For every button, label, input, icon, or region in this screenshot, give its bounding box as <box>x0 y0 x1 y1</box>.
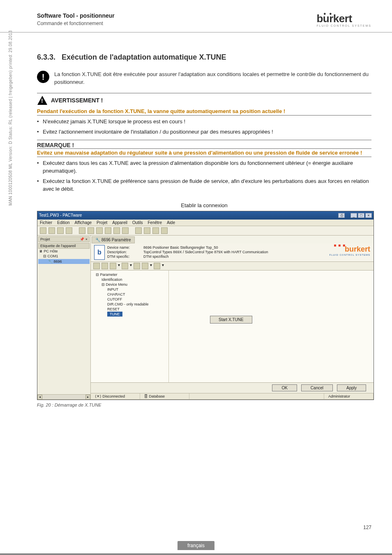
toolbar-icon[interactable] <box>40 227 46 234</box>
menu-edition[interactable]: Edition <box>57 220 70 225</box>
devdesc-value: TopControl Types 869X / SideControl Type… <box>143 250 268 254</box>
scroll-right-icon[interactable]: ▸ <box>85 395 90 400</box>
status-role: Administrateur <box>161 400 214 400</box>
devdesc-label: Description: <box>107 250 140 254</box>
tree-item-com1[interactable]: ⊟ COM1 <box>38 254 90 259</box>
window-title: Test1.PW3 - PACTware <box>39 213 82 217</box>
toolbar-icon[interactable] <box>79 227 85 234</box>
note-title: REMARQUE ! <box>37 140 371 148</box>
doc-title: Software Tool - positionneur <box>37 12 115 19</box>
note-bullets: Exécutez dans tous les cas X.TUNE avec l… <box>37 160 371 193</box>
toolbar-icon[interactable] <box>110 263 116 269</box>
note-subtitle: Evitez une mauvaise adaptation du régula… <box>37 148 371 157</box>
toolbar-icon[interactable] <box>48 227 55 234</box>
device-logo: ■ ■ ■burkert <box>330 245 370 254</box>
warning-bullets: N'exécutez jamais X.TUNE lorsque le proc… <box>37 118 371 136</box>
menu-aide[interactable]: Aide <box>167 220 175 225</box>
status-disconnected: ⟨✕⟩ Disconnected <box>91 393 140 399</box>
status-file: Test1.PW3 <box>91 400 161 400</box>
tree-panel-label: Projet <box>40 237 50 241</box>
toolbar-icon[interactable] <box>134 263 140 269</box>
devdtm-value: DTM spezifisch <box>143 254 169 259</box>
apply-button[interactable]: Apply <box>337 384 366 391</box>
param-dircmd[interactable]: DIR.CMD - only readable <box>92 302 167 307</box>
toolbar-icon[interactable] <box>161 227 168 234</box>
toolbar-icon[interactable] <box>144 227 150 234</box>
main-tab[interactable]: 🔧 8696 Paramètre <box>92 236 135 243</box>
screenshot-window: Test1.PW3 - PACTware ⎙ _ □ × Fichier Edi… <box>37 211 374 400</box>
devname-label: Device name: <box>107 245 140 250</box>
param-charact[interactable]: CHARACT <box>92 292 167 297</box>
device-icon: b <box>94 245 105 260</box>
printer-icon[interactable]: ⎙ <box>338 213 345 218</box>
toolbar-icon[interactable] <box>88 227 94 234</box>
param-identification[interactable]: Identification <box>92 277 167 282</box>
tree-item-8696[interactable]: 🔧 8696 <box>38 259 90 264</box>
tree-header-row: Etiquette de l'appareil <box>38 243 90 249</box>
warning-subtitle: Pendant l'exécution de la fonction X.TUN… <box>37 107 371 116</box>
param-root[interactable]: ⊟ Parameter <box>92 272 167 277</box>
warning-icon <box>37 95 48 106</box>
toolbar-icon[interactable] <box>66 227 72 234</box>
info-icon: ! <box>37 71 49 83</box>
param-cutoff[interactable]: CUTOFF <box>92 297 167 302</box>
toolbar-icon[interactable] <box>57 227 64 234</box>
doc-subtitle: Commande et fonctionnement <box>37 21 115 26</box>
status-database: 🗄 Database <box>140 393 189 399</box>
toolbar-icon[interactable] <box>135 227 142 234</box>
param-reset[interactable]: RESET <box>92 307 167 312</box>
start-xtune-button[interactable]: Start X.TUNE <box>210 316 252 324</box>
devdtm-label: DTM specific: <box>107 254 140 259</box>
toolbar[interactable] <box>37 226 374 236</box>
figure-top-caption: Etablir la connexion <box>37 202 371 208</box>
tree-pin-icon[interactable]: 📌 × <box>80 237 88 241</box>
page-number: 127 <box>363 525 371 530</box>
toolbar-icon[interactable] <box>96 227 103 234</box>
menu-affichage[interactable]: Affichage <box>75 220 92 225</box>
menu-outils[interactable]: Outils <box>132 220 143 225</box>
close-button[interactable]: × <box>365 213 372 218</box>
info-text: La fonction X.TUNE doit être exécutée po… <box>54 71 371 86</box>
menu-fichier[interactable]: Fichier <box>40 220 52 225</box>
menu-fenetre[interactable]: Fenêtre <box>148 220 162 225</box>
toolbar-icon[interactable] <box>113 227 120 234</box>
menu-appareil[interactable]: Appareil <box>112 220 127 225</box>
menu-projet[interactable]: Projet <box>97 220 107 225</box>
ok-button[interactable]: OK <box>272 384 297 391</box>
toolbar-icon[interactable] <box>101 263 108 269</box>
scroll-left-icon[interactable]: ◂ <box>37 395 42 400</box>
menubar[interactable]: Fichier Edition Affichage Projet Apparei… <box>37 220 374 226</box>
devname-value: 8696 Positioner Basic Stellungsregler To… <box>143 245 218 250</box>
toolbar-icon[interactable] <box>122 227 129 234</box>
param-devicemenu[interactable]: ⊟ Device Menu <box>92 282 167 287</box>
tree-item-pc[interactable]: 🖥 PC Hôte <box>38 249 90 254</box>
toolbar-icon[interactable] <box>122 263 128 269</box>
section-heading: 6.3.3. Exécution de l'adaptation automat… <box>37 53 371 62</box>
tree-scrollbar[interactable]: ◂ ▸ <box>37 394 90 399</box>
param-input[interactable]: INPUT <box>92 287 167 292</box>
toolbar-icon[interactable] <box>152 227 159 234</box>
cancel-button[interactable]: Cancel <box>301 384 333 391</box>
status-admin: Administrator <box>324 393 374 399</box>
warning-title: AVERTISSEMENT ! <box>51 97 103 104</box>
toolbar-icon[interactable] <box>105 227 111 234</box>
toolbar-icon[interactable] <box>142 263 148 269</box>
footer-language: français <box>178 541 214 550</box>
maximize-button[interactable]: □ <box>358 213 364 218</box>
toolbar-icon[interactable] <box>154 263 160 269</box>
param-tune[interactable]: TUNE <box>107 312 122 317</box>
brand-logo: • •burkert FLUID CONTROL SYSTEMS <box>316 12 371 27</box>
side-revision-text: MAN 1000120508 ML Version: D Status: RL … <box>8 30 13 206</box>
toolbar-secondary[interactable]: ▾ ▾ ▾ ▾ <box>91 262 374 271</box>
minimize-button[interactable]: _ <box>350 213 357 218</box>
figure-bottom-caption: Fig. 20 : Démarrage de X.TUNE <box>37 402 371 407</box>
toolbar-icon[interactable] <box>93 263 100 269</box>
